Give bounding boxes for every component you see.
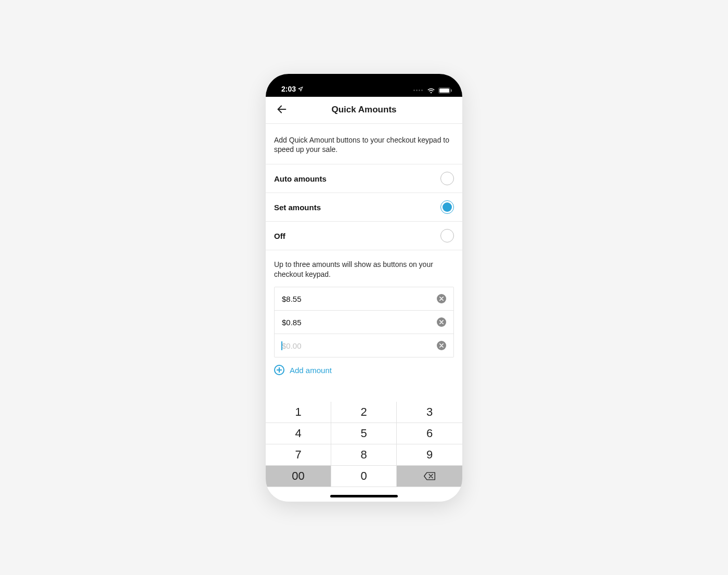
clear-amount-button[interactable] [437, 294, 446, 303]
close-icon [439, 320, 444, 324]
status-right [413, 87, 452, 94]
status-bar: 2:03 [266, 74, 462, 97]
keypad-7[interactable]: 7 [266, 444, 331, 466]
radio-label: Off [274, 232, 285, 240]
keypad-00[interactable]: 00 [266, 466, 331, 487]
keypad-5[interactable]: 5 [331, 423, 397, 444]
set-amounts-hint: Up to three amounts will show as buttons… [266, 250, 462, 287]
keypad-3[interactable]: 3 [397, 402, 462, 423]
amount-mode-radio-group: Auto amounts Set amounts Off [266, 164, 462, 250]
backspace-icon [423, 471, 436, 481]
location-icon [298, 85, 303, 93]
amount-value[interactable]: $8.55 [282, 295, 302, 303]
amount-row: $0.00 [275, 334, 453, 357]
status-time-group: 2:03 [281, 85, 303, 94]
clear-amount-button[interactable] [437, 317, 446, 327]
phone-frame: 2:03 Quick Amounts Add Quick Amount butt… [266, 74, 462, 502]
add-amount-button[interactable]: Add amount [266, 357, 340, 382]
radio-indicator [440, 200, 454, 214]
amount-input-active[interactable]: $0.00 [282, 341, 302, 350]
keypad-6[interactable]: 6 [397, 423, 462, 444]
wifi-icon [427, 87, 435, 94]
svg-rect-1 [439, 88, 449, 93]
keypad-8[interactable]: 8 [331, 444, 397, 466]
keypad-2[interactable]: 2 [331, 402, 397, 423]
close-icon [439, 297, 444, 301]
amount-value[interactable]: $0.85 [282, 318, 302, 327]
keypad-4[interactable]: 4 [266, 423, 331, 444]
keypad-1[interactable]: 1 [266, 402, 331, 423]
clear-amount-button[interactable] [437, 341, 446, 350]
intro-description: Add Quick Amount buttons to your checkou… [266, 124, 462, 164]
back-button[interactable] [272, 97, 292, 123]
keypad-backspace[interactable] [397, 466, 462, 487]
plus-circle-icon [274, 365, 284, 375]
page-title: Quick Amounts [332, 105, 397, 115]
radio-indicator [440, 229, 454, 242]
home-indicator[interactable] [330, 495, 398, 497]
radio-label: Set amounts [274, 203, 321, 212]
close-icon [439, 343, 444, 348]
numeric-keypad: 1 2 3 4 5 6 7 8 9 00 0 [266, 402, 462, 487]
radio-indicator [440, 172, 454, 185]
nav-header: Quick Amounts [266, 97, 462, 124]
signal-dots-icon [413, 90, 423, 91]
amount-row: $8.55 [275, 287, 453, 311]
keypad-0[interactable]: 0 [331, 466, 397, 487]
svg-rect-2 [451, 89, 452, 92]
radio-label: Auto amounts [274, 174, 327, 183]
amount-row: $0.85 [275, 311, 453, 334]
arrow-left-icon [276, 104, 288, 117]
radio-set-amounts[interactable]: Set amounts [266, 193, 462, 222]
keypad-9[interactable]: 9 [397, 444, 462, 466]
battery-icon [438, 87, 452, 94]
content: Add Quick Amount buttons to your checkou… [266, 124, 462, 402]
amount-inputs-table: $8.55 $0.85 $0.00 [274, 287, 454, 357]
phone-bottom-area [266, 487, 462, 502]
add-amount-label: Add amount [290, 366, 332, 375]
status-time: 2:03 [281, 85, 296, 93]
radio-off[interactable]: Off [266, 222, 462, 250]
radio-auto-amounts[interactable]: Auto amounts [266, 164, 462, 193]
